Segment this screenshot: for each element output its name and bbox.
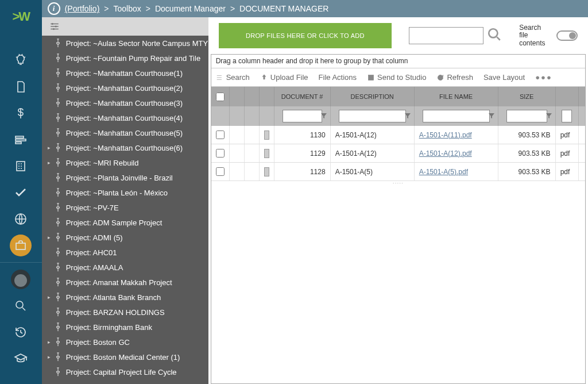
filter-size[interactable] [506,110,547,122]
table-row[interactable]: 1129 A-1501-A(12) A-1501-A(12).pdf 903.5… [211,144,585,163]
tree-item-label: Project: ~Fountain Pump Repair and Tile [66,54,201,63]
toolbar-save-layout[interactable]: Save Layout [483,73,525,82]
svg-point-6 [16,301,23,308]
tree-item-label: Project: ~Planta León - México [66,189,168,197]
table-row[interactable]: 1130 A-1501-A(12) A-1501-A(11).pdf 903.5… [211,126,585,144]
toolbar-send-studio[interactable]: Send to Studio [367,73,426,82]
tree-item[interactable]: ▸ Project: Boston GC [42,335,208,350]
tree-item[interactable]: Project: ~Manhattan Courthouse(5) [42,125,208,140]
col-document[interactable]: DOCUMENT # [274,87,331,106]
cell-ext: pdf [556,163,579,181]
tree-item[interactable]: Project: Capital Project Life Cycle [42,364,208,379]
nav-education-icon[interactable] [5,347,37,371]
toolbar-more-icon[interactable]: ●●● [535,73,552,82]
tree-item[interactable]: Project: BARZAN HOLDINGS [42,305,208,320]
pin-icon [55,98,63,107]
file-link[interactable]: A-1501-A(5).pdf [419,168,468,176]
col-description[interactable]: DESCRIPTION [331,87,415,106]
nav-history-icon[interactable] [5,320,37,344]
filter-description[interactable] [339,110,406,122]
tree-item[interactable]: Project: ~Manhattan Courthouse(4) [42,110,208,125]
dropzone[interactable]: DROP FILES HERE OR CLICK TO ADD [219,23,392,48]
nav-document-icon[interactable] [5,75,37,99]
nav-dollar-icon[interactable] [5,101,37,125]
nav-briefcase-icon[interactable] [10,235,32,256]
tree-controls[interactable] [42,17,208,36]
dropzone-label: DROP FILES HERE OR CLICK TO ADD [246,32,365,39]
nav-avatar[interactable] [5,267,37,291]
search-input[interactable] [409,27,483,44]
tree-item[interactable]: Project: ~Aulas Sector Norte Campus MTY [42,36,208,51]
tree-item[interactable]: Project: ~Planta León - México [42,185,208,200]
pin-icon [55,68,63,78]
file-link[interactable]: A-1501-A(12).pdf [419,149,472,158]
tree-item-label: Project: Capital Project Life Cycle [66,368,177,377]
chevron-right-icon: ▸ [48,160,52,166]
tree-item[interactable]: Project: ~Manhattan Courthouse(2) [42,80,208,95]
row-checkbox[interactable] [216,149,225,158]
filter-document[interactable] [283,110,322,122]
filter-icon[interactable] [488,112,496,120]
tree-item-label: Project: ~Aulas Sector Norte Campus MTY [66,39,208,48]
search-contents-toggle[interactable] [556,30,578,41]
pin-icon [55,352,63,362]
nav-globe-icon[interactable] [5,207,37,231]
tree-item[interactable]: Project: AHC01 [42,245,208,260]
filter-ext[interactable] [562,110,572,122]
info-icon[interactable]: i [48,2,60,15]
tree-item[interactable]: Project: Birmingham Bank [42,320,208,335]
toolbar-upload[interactable]: Upload File [260,73,308,82]
tree-item-label: Project: AHC01 [66,248,117,257]
tree-item-label: Project: ~Manhattan Courthouse(3) [66,99,183,107]
breadcrumb-toolbox: Toolbox [114,4,141,13]
svg-rect-5 [16,243,25,249]
row-checkbox[interactable] [216,130,225,139]
filter-filename[interactable] [423,110,490,122]
nav-search-icon[interactable] [5,294,37,318]
tree-item[interactable]: Project: Amanat Makkah Project [42,275,208,290]
tree-item[interactable]: Project: ADM Sample Project [42,215,208,230]
pin-icon [55,158,63,167]
thumbnail-icon [264,149,269,158]
filter-icon[interactable] [545,112,553,120]
tree-item[interactable]: Project: ~PV-7E [42,200,208,215]
rail-divider [0,262,42,263]
tree-item[interactable]: Project: ~Manhattan Courthouse(3) [42,95,208,110]
tree-item[interactable]: ▸ Project: ~Manhattan Courthouse(6) [42,140,208,155]
tree-item[interactable]: ▸ Project: Atlanta Bank Branch [42,290,208,305]
tree-item-label: Project: Boston GC [66,338,130,347]
tree-item[interactable]: ▸ Project: Boston Medical Center (1) [42,350,208,364]
grid-body: 1130 A-1501-A(12) A-1501-A(11).pdf 903.5… [211,126,585,181]
toolbar-refresh[interactable]: Refresh [436,73,473,82]
search-icon[interactable] [487,27,502,44]
toolbar-search[interactable]: Search [216,73,250,82]
svg-rect-2 [16,142,21,144]
nav-building-icon[interactable] [5,154,37,178]
tree-item[interactable]: Project: ~Planta Joinville - Brazil [42,170,208,185]
nav-bars-icon[interactable] [5,128,37,152]
table-row[interactable]: 1128 A-1501-A(5) A-1501-A(5).pdf 903.53 … [211,163,585,181]
breadcrumb-portfolio[interactable]: (Portfolio) [65,4,100,13]
col-size[interactable]: SIZE [498,87,556,106]
group-by-bar[interactable]: Drag a column header and drop it here to… [211,55,585,68]
tree-item[interactable]: Project: ~Manhattan Courthouse(1) [42,66,208,80]
tree-item-label: Project: ~PV-7E [66,203,119,212]
select-all-checkbox[interactable] [216,93,225,101]
row-checkbox[interactable] [216,167,225,176]
tree-item[interactable]: ▸ Project: ~MRI Rebuild [42,155,208,170]
nav-check-icon[interactable] [5,181,37,205]
tree-item[interactable]: Project: ~Fountain Pump Repair and Tile [42,51,208,66]
filter-icon[interactable] [404,112,412,120]
toolbar-file-actions[interactable]: File Actions [319,73,357,82]
tree-item[interactable]: Project: AMAALA [42,260,208,275]
pin-icon [55,233,63,242]
tree-item[interactable]: ▸ Project: ADMI (5) [42,230,208,245]
pin-icon [55,263,63,272]
cell-document: 1130 [274,126,331,144]
filter-icon[interactable] [320,112,328,120]
nav-idea-icon[interactable] [5,48,37,72]
chevron-right-icon: ▸ [48,339,52,345]
file-link[interactable]: A-1501-A(11).pdf [419,131,472,139]
col-filename[interactable]: FILE NAME [415,87,498,106]
pin-icon [55,188,63,197]
